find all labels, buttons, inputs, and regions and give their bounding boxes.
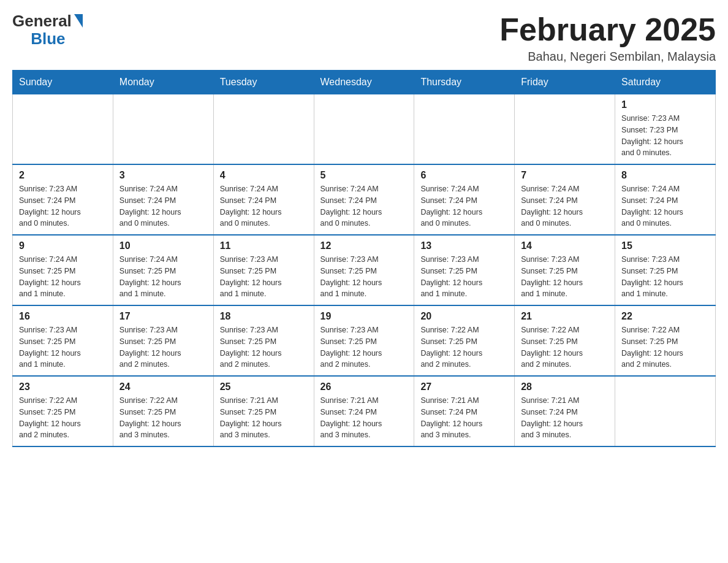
table-row: 14Sunrise: 7:23 AMSunset: 7:25 PMDayligh… bbox=[515, 235, 615, 305]
day-number: 5 bbox=[320, 170, 408, 181]
day-info: Sunrise: 7:21 AMSunset: 7:24 PMDaylight:… bbox=[320, 395, 408, 441]
table-row: 25Sunrise: 7:21 AMSunset: 7:25 PMDayligh… bbox=[213, 376, 314, 446]
day-info: Sunrise: 7:21 AMSunset: 7:24 PMDaylight:… bbox=[420, 395, 508, 441]
day-info: Sunrise: 7:22 AMSunset: 7:25 PMDaylight:… bbox=[621, 324, 709, 370]
page-header: GeneralBlue February 2025 Bahau, Negeri … bbox=[12, 12, 716, 64]
table-row bbox=[615, 376, 716, 446]
table-row bbox=[113, 94, 213, 165]
day-number: 26 bbox=[320, 381, 408, 393]
day-info: Sunrise: 7:24 AMSunset: 7:24 PMDaylight:… bbox=[621, 183, 709, 229]
day-number: 20 bbox=[420, 311, 508, 322]
day-info: Sunrise: 7:24 AMSunset: 7:24 PMDaylight:… bbox=[119, 183, 207, 229]
table-row: 9Sunrise: 7:24 AMSunset: 7:25 PMDaylight… bbox=[13, 235, 113, 305]
table-row: 28Sunrise: 7:21 AMSunset: 7:24 PMDayligh… bbox=[515, 376, 615, 446]
day-number: 7 bbox=[521, 170, 609, 181]
day-number: 24 bbox=[119, 381, 207, 393]
table-row: 12Sunrise: 7:23 AMSunset: 7:25 PMDayligh… bbox=[314, 235, 414, 305]
day-info: Sunrise: 7:24 AMSunset: 7:24 PMDaylight:… bbox=[420, 183, 508, 229]
calendar-week-row: 2Sunrise: 7:23 AMSunset: 7:24 PMDaylight… bbox=[13, 164, 716, 235]
calendar-week-row: 9Sunrise: 7:24 AMSunset: 7:25 PMDaylight… bbox=[13, 235, 716, 305]
table-row: 17Sunrise: 7:23 AMSunset: 7:25 PMDayligh… bbox=[113, 305, 213, 376]
table-row: 7Sunrise: 7:24 AMSunset: 7:24 PMDaylight… bbox=[515, 164, 615, 235]
day-info: Sunrise: 7:23 AMSunset: 7:25 PMDaylight:… bbox=[19, 324, 107, 370]
table-row: 24Sunrise: 7:22 AMSunset: 7:25 PMDayligh… bbox=[113, 376, 213, 446]
day-info: Sunrise: 7:23 AMSunset: 7:25 PMDaylight:… bbox=[320, 254, 408, 300]
logo: GeneralBlue bbox=[12, 12, 84, 47]
table-row: 4Sunrise: 7:24 AMSunset: 7:24 PMDaylight… bbox=[213, 164, 314, 235]
table-row: 2Sunrise: 7:23 AMSunset: 7:24 PMDaylight… bbox=[13, 164, 113, 235]
day-number: 3 bbox=[119, 170, 207, 181]
day-info: Sunrise: 7:23 AMSunset: 7:25 PMDaylight:… bbox=[521, 254, 609, 300]
day-info: Sunrise: 7:24 AMSunset: 7:25 PMDaylight:… bbox=[119, 254, 207, 300]
table-row: 1Sunrise: 7:23 AMSunset: 7:23 PMDaylight… bbox=[615, 94, 716, 165]
calendar-header-row: Sunday Monday Tuesday Wednesday Thursday… bbox=[13, 71, 716, 94]
table-row bbox=[314, 94, 414, 165]
table-row: 13Sunrise: 7:23 AMSunset: 7:25 PMDayligh… bbox=[414, 235, 515, 305]
day-number: 13 bbox=[420, 240, 508, 251]
day-number: 16 bbox=[19, 311, 107, 322]
day-number: 8 bbox=[621, 170, 709, 181]
day-info: Sunrise: 7:23 AMSunset: 7:25 PMDaylight:… bbox=[220, 254, 308, 300]
day-info: Sunrise: 7:23 AMSunset: 7:25 PMDaylight:… bbox=[320, 324, 408, 370]
title-block: February 2025 Bahau, Negeri Sembilan, Ma… bbox=[499, 12, 716, 64]
table-row: 21Sunrise: 7:22 AMSunset: 7:25 PMDayligh… bbox=[515, 305, 615, 376]
table-row bbox=[213, 94, 314, 165]
day-number: 22 bbox=[621, 311, 709, 322]
day-number: 14 bbox=[521, 240, 609, 251]
table-row: 8Sunrise: 7:24 AMSunset: 7:24 PMDaylight… bbox=[615, 164, 716, 235]
day-info: Sunrise: 7:22 AMSunset: 7:25 PMDaylight:… bbox=[119, 395, 207, 441]
day-number: 6 bbox=[420, 170, 508, 181]
day-info: Sunrise: 7:24 AMSunset: 7:24 PMDaylight:… bbox=[320, 183, 408, 229]
day-info: Sunrise: 7:23 AMSunset: 7:25 PMDaylight:… bbox=[420, 254, 508, 300]
col-wednesday: Wednesday bbox=[314, 71, 414, 94]
day-info: Sunrise: 7:23 AMSunset: 7:25 PMDaylight:… bbox=[621, 254, 709, 300]
day-number: 1 bbox=[621, 99, 709, 110]
day-info: Sunrise: 7:22 AMSunset: 7:25 PMDaylight:… bbox=[420, 324, 508, 370]
calendar-week-row: 23Sunrise: 7:22 AMSunset: 7:25 PMDayligh… bbox=[13, 376, 716, 446]
col-monday: Monday bbox=[113, 71, 213, 94]
day-info: Sunrise: 7:22 AMSunset: 7:25 PMDaylight:… bbox=[19, 395, 107, 441]
day-info: Sunrise: 7:22 AMSunset: 7:25 PMDaylight:… bbox=[521, 324, 609, 370]
day-info: Sunrise: 7:23 AMSunset: 7:23 PMDaylight:… bbox=[621, 113, 709, 159]
table-row: 22Sunrise: 7:22 AMSunset: 7:25 PMDayligh… bbox=[615, 305, 716, 376]
day-number: 27 bbox=[420, 381, 508, 393]
calendar-week-row: 16Sunrise: 7:23 AMSunset: 7:25 PMDayligh… bbox=[13, 305, 716, 376]
table-row: 20Sunrise: 7:22 AMSunset: 7:25 PMDayligh… bbox=[414, 305, 515, 376]
day-number: 21 bbox=[521, 311, 609, 322]
table-row: 18Sunrise: 7:23 AMSunset: 7:25 PMDayligh… bbox=[213, 305, 314, 376]
day-info: Sunrise: 7:21 AMSunset: 7:25 PMDaylight:… bbox=[220, 395, 308, 441]
svg-marker-0 bbox=[74, 14, 83, 28]
table-row: 6Sunrise: 7:24 AMSunset: 7:24 PMDaylight… bbox=[414, 164, 515, 235]
table-row: 10Sunrise: 7:24 AMSunset: 7:25 PMDayligh… bbox=[113, 235, 213, 305]
day-number: 2 bbox=[19, 170, 107, 181]
col-thursday: Thursday bbox=[414, 71, 515, 94]
table-row: 15Sunrise: 7:23 AMSunset: 7:25 PMDayligh… bbox=[615, 235, 716, 305]
day-info: Sunrise: 7:24 AMSunset: 7:24 PMDaylight:… bbox=[220, 183, 308, 229]
table-row: 26Sunrise: 7:21 AMSunset: 7:24 PMDayligh… bbox=[314, 376, 414, 446]
table-row: 27Sunrise: 7:21 AMSunset: 7:24 PMDayligh… bbox=[414, 376, 515, 446]
table-row bbox=[13, 94, 113, 165]
calendar-table: Sunday Monday Tuesday Wednesday Thursday… bbox=[12, 70, 716, 447]
table-row: 23Sunrise: 7:22 AMSunset: 7:25 PMDayligh… bbox=[13, 376, 113, 446]
col-tuesday: Tuesday bbox=[213, 71, 314, 94]
page-subtitle: Bahau, Negeri Sembilan, Malaysia bbox=[499, 50, 716, 64]
day-info: Sunrise: 7:24 AMSunset: 7:25 PMDaylight:… bbox=[19, 254, 107, 300]
table-row: 11Sunrise: 7:23 AMSunset: 7:25 PMDayligh… bbox=[213, 235, 314, 305]
day-info: Sunrise: 7:23 AMSunset: 7:24 PMDaylight:… bbox=[19, 183, 107, 229]
col-saturday: Saturday bbox=[615, 71, 716, 94]
page-title: February 2025 bbox=[499, 12, 716, 47]
table-row: 3Sunrise: 7:24 AMSunset: 7:24 PMDaylight… bbox=[113, 164, 213, 235]
day-number: 15 bbox=[621, 240, 709, 251]
table-row: 19Sunrise: 7:23 AMSunset: 7:25 PMDayligh… bbox=[314, 305, 414, 376]
day-number: 25 bbox=[220, 381, 308, 393]
day-info: Sunrise: 7:23 AMSunset: 7:25 PMDaylight:… bbox=[220, 324, 308, 370]
day-info: Sunrise: 7:21 AMSunset: 7:24 PMDaylight:… bbox=[521, 395, 609, 441]
day-number: 23 bbox=[19, 381, 107, 393]
day-info: Sunrise: 7:23 AMSunset: 7:25 PMDaylight:… bbox=[119, 324, 207, 370]
day-number: 17 bbox=[119, 311, 207, 322]
calendar-week-row: 1Sunrise: 7:23 AMSunset: 7:23 PMDaylight… bbox=[13, 94, 716, 165]
day-number: 4 bbox=[220, 170, 308, 181]
table-row bbox=[515, 94, 615, 165]
table-row bbox=[414, 94, 515, 165]
col-friday: Friday bbox=[515, 71, 615, 94]
